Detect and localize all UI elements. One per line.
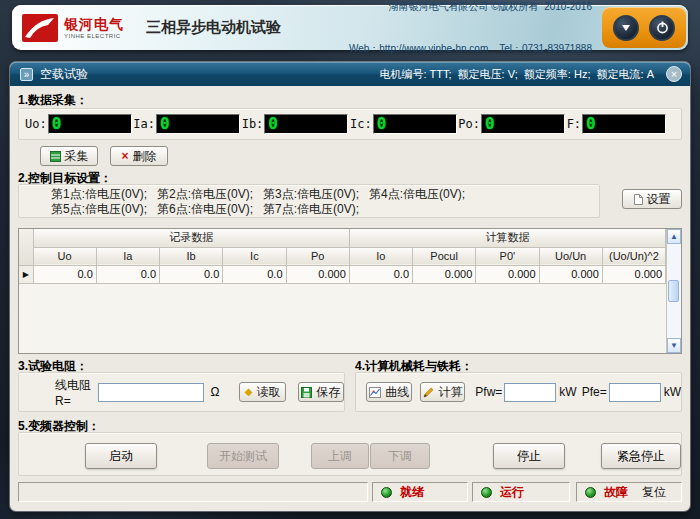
col-header-ic[interactable]: Ic (223, 247, 286, 265)
delete-label: 删除 (133, 148, 157, 165)
acquisition-heading: 1.数据采集： (18, 92, 88, 109)
logo-cn: 银河电气 (64, 17, 124, 31)
data-grid: 记录数据 计算数据 Uo Ia Ib Ic Po Io Pocul P0' Uo… (18, 228, 682, 354)
begin-test-button[interactable]: 开始测试 (207, 443, 279, 469)
display-ic: Ic: 0 (350, 114, 458, 134)
cell-ia[interactable]: 0.0 (96, 265, 159, 283)
calc-button[interactable]: 计算 (420, 382, 465, 402)
col-header-ia[interactable]: Ia (96, 247, 159, 265)
collect-button[interactable]: 采集 (40, 146, 98, 166)
stop-button[interactable]: 停止 (493, 443, 565, 469)
save-disk-icon (301, 387, 312, 398)
col-header-pocul[interactable]: Pocul (413, 247, 476, 265)
display-f: F: 0 (567, 114, 675, 134)
cell-io[interactable]: 0.0 (349, 265, 412, 283)
pfe-label: Pfe= (582, 385, 607, 399)
display-ia: Ia: 0 (133, 114, 241, 134)
resistance-input[interactable] (98, 383, 204, 402)
data-grid-table: 记录数据 计算数据 Uo Ia Ib Ic Po Io Pocul P0' Uo… (19, 229, 666, 284)
resistance-field-label: 线电阻R= (55, 377, 94, 408)
fault-label: 故障 (604, 484, 628, 501)
save-label: 保存 (316, 384, 340, 401)
reset-link[interactable]: 复位 (642, 484, 666, 501)
resistance-groupbox: 线电阻R= Ω ◆ 读取 保存 (18, 372, 345, 412)
display-ic-label: Ic: (350, 117, 372, 131)
copyright-line: 湖南银河电气有限公司 ©版权所有 2010-2016 (349, 0, 592, 14)
window-controls (602, 7, 686, 48)
group-header-recorded: 记录数据 (33, 229, 349, 247)
display-f-label: F: (567, 117, 581, 131)
target-line-1: 第1点:倍电压(0V); 第2点:倍电压(0V); 第3点:倍电压(0V); 第… (51, 187, 599, 202)
save-button[interactable]: 保存 (298, 382, 344, 402)
acquisition-groupbox: Uo: 0 Ia: 0 Ib: 0 Ic: 0 Po: 0 F: 0 (18, 108, 682, 140)
start-button[interactable]: 启动 (85, 443, 157, 469)
settings-button[interactable]: 设置 (622, 189, 682, 209)
cell-ic[interactable]: 0.0 (223, 265, 286, 283)
col-header-ib[interactable]: Ib (160, 247, 223, 265)
delete-button[interactable]: × 删除 (110, 146, 168, 166)
scrollbar-thumb[interactable] (668, 280, 679, 302)
power-button[interactable] (649, 15, 675, 41)
pfe-input[interactable] (609, 383, 661, 402)
display-po: Po: 0 (458, 114, 566, 134)
inverter-groupbox: 启动 开始测试 上调 下调 停止 紧急停止 (18, 432, 682, 476)
close-icon[interactable]: × (666, 66, 682, 82)
status-running: 运行 (472, 482, 570, 502)
group-header-calculated: 计算数据 (349, 229, 665, 247)
col-header-uo-un[interactable]: Uo/Un (539, 247, 602, 265)
cell-po[interactable]: 0.000 (286, 265, 349, 283)
window-titlebar: 银河电气 YINHE ELECTRIC 三相异步电动机试验 湖南银河电气有限公司… (12, 5, 688, 50)
display-po-value: 0 (481, 114, 565, 134)
col-header-uo-un-sq[interactable]: (Uo/Un)^2 (602, 247, 665, 265)
display-ib: Ib: 0 (242, 114, 350, 134)
cell-uo[interactable]: 0.0 (33, 265, 96, 283)
row-selector-icon[interactable]: ▶ (19, 265, 33, 283)
ohm-unit: Ω (210, 385, 219, 399)
scrollbar-track[interactable] (667, 244, 681, 338)
motor-info: 电机编号: TTT; 额定电压: V; 额定频率: Hz; 额定电流: A (379, 67, 654, 82)
chart-icon (369, 387, 381, 398)
cell-pocul[interactable]: 0.000 (413, 265, 476, 283)
emergency-stop-button[interactable]: 紧急停止 (601, 443, 681, 469)
fault-led-icon (585, 487, 596, 498)
pfw-unit: kW (559, 385, 576, 399)
contact-line: Web：http://www.yinhe-hn.com Tel：0731-839… (349, 42, 592, 56)
display-ia-value: 0 (156, 114, 240, 134)
control-targets-groupbox: 第1点:倍电压(0V); 第2点:倍电压(0V); 第3点:倍电压(0V); 第… (18, 184, 600, 218)
adjust-up-button[interactable]: 上调 (311, 443, 369, 469)
cell-uo-un[interactable]: 0.000 (539, 265, 602, 283)
panel-title: 空载试验 (40, 66, 88, 83)
display-uo-label: Uo: (25, 117, 47, 131)
panel-titlebar: » 空载试验 电机编号: TTT; 额定电压: V; 额定频率: Hz; 额定电… (10, 62, 690, 86)
scroll-up-icon[interactable]: ▲ (667, 229, 681, 244)
collect-label: 采集 (65, 148, 89, 165)
adjust-down-button[interactable]: 下调 (370, 443, 430, 469)
settings-label: 设置 (647, 191, 671, 208)
curve-label: 曲线 (385, 384, 409, 401)
logo-text: 银河电气 YINHE ELECTRIC (64, 17, 124, 39)
cell-ib[interactable]: 0.0 (160, 265, 223, 283)
power-icon (656, 21, 669, 34)
vertical-scrollbar[interactable]: ▲ ▼ (666, 229, 681, 353)
status-ready: 就绪 (372, 482, 468, 502)
col-header-uo[interactable]: Uo (33, 247, 96, 265)
display-f-value: 0 (582, 114, 666, 134)
ready-led-icon (381, 487, 392, 498)
pfw-label: Pfw= (475, 385, 502, 399)
col-header-p0[interactable]: P0' (476, 247, 539, 265)
pfw-input[interactable] (504, 383, 556, 402)
cell-p0[interactable]: 0.000 (476, 265, 539, 283)
curve-button[interactable]: 曲线 (366, 382, 412, 402)
minimize-icon (622, 25, 630, 31)
yinhe-logo-icon (22, 14, 58, 42)
display-ib-label: Ib: (242, 117, 264, 131)
scroll-down-icon[interactable]: ▼ (667, 338, 681, 353)
calc-label: 计算 (438, 384, 462, 401)
grid-corner (19, 229, 33, 265)
col-header-po[interactable]: Po (286, 247, 349, 265)
cell-uo-un-sq[interactable]: 0.000 (602, 265, 665, 283)
chevrons-right-icon: » (20, 68, 33, 81)
read-button[interactable]: ◆ 读取 (239, 382, 285, 402)
minimize-button[interactable] (613, 15, 639, 41)
col-header-io[interactable]: Io (349, 247, 412, 265)
